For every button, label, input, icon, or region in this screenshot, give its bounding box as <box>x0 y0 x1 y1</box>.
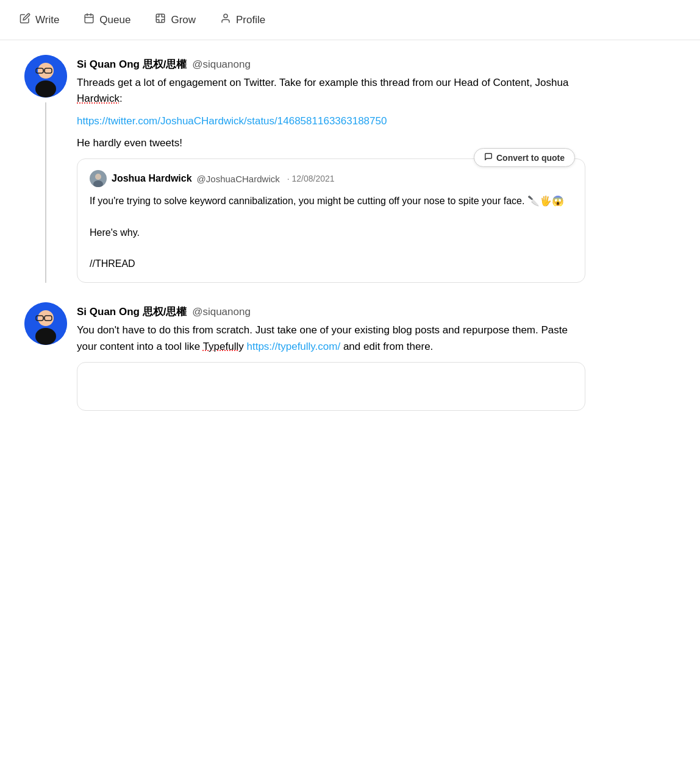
svg-point-5 <box>224 14 227 18</box>
thread-line-1 <box>45 102 46 283</box>
spellcheck-hardwick: Hardwick <box>77 93 120 104</box>
quote-card-1: Convert to quote Joshua Hardwick @Joshua… <box>77 158 585 283</box>
convert-icon <box>484 152 493 163</box>
grow-icon <box>155 13 166 27</box>
quote-avatar <box>90 170 107 187</box>
tweet-1-text: Threads get a lot of engagement on Twitt… <box>77 75 585 107</box>
top-nav: Write Queue Grow Profile <box>0 0 700 40</box>
convert-btn-label: Convert to quote <box>496 153 565 163</box>
nav-queue[interactable]: Queue <box>84 13 130 27</box>
tweet-2-content: Si Quan Ong 思权/思權 @siquanong You don't h… <box>77 302 585 411</box>
svg-rect-0 <box>85 15 94 23</box>
tweet-1-author: Si Quan Ong 思权/思權 @siquanong <box>77 57 585 71</box>
author-handle-1: @siquanong <box>192 59 251 70</box>
svg-point-7 <box>38 63 54 79</box>
tweet-1-content: Si Quan Ong 思权/思權 @siquanong Threads get… <box>77 55 585 283</box>
avatar-col-2 <box>24 302 67 411</box>
tweet-2-author: Si Quan Ong 思权/思權 @siquanong <box>77 305 585 319</box>
tweet-1-link-block: https://twitter.com/JoshuaCHardwick/stat… <box>77 113 585 129</box>
spellcheck-typefully: Typefully <box>203 341 244 352</box>
nav-write-label: Write <box>35 14 59 26</box>
nav-grow-label: Grow <box>171 14 196 26</box>
avatar-2 <box>24 302 67 345</box>
tweet-1: Si Quan Ong 思权/思權 @siquanong Threads get… <box>24 55 585 283</box>
avatar-1 <box>24 55 67 98</box>
quote-author-handle: @JoshuaCHardwick <box>197 174 280 184</box>
nav-profile-label: Profile <box>236 14 265 26</box>
nav-write[interactable]: Write <box>20 13 59 27</box>
quote-date: · 12/08/2021 <box>287 174 335 183</box>
svg-point-13 <box>95 174 101 180</box>
quote-author-name: Joshua Hardwick <box>112 173 192 184</box>
convert-to-quote-button[interactable]: Convert to quote <box>474 148 575 167</box>
profile-icon <box>220 13 231 27</box>
svg-rect-4 <box>157 14 165 23</box>
nav-queue-label: Queue <box>99 14 130 26</box>
svg-point-20 <box>35 328 56 345</box>
quote-author-row: Joshua Hardwick @JoshuaCHardwick · 12/08… <box>90 170 573 187</box>
nav-profile[interactable]: Profile <box>220 13 265 27</box>
tweet-1-link[interactable]: https://twitter.com/JoshuaCHardwick/stat… <box>77 115 387 127</box>
typefully-link[interactable]: https://typefully.com/ <box>246 341 340 352</box>
main-content: Si Quan Ong 思权/思權 @siquanong Threads get… <box>0 40 610 425</box>
queue-icon <box>84 13 95 27</box>
avatar-col-1 <box>24 55 67 283</box>
bottom-quote-card <box>77 362 585 411</box>
quote-text: If you're trying to solve keyword cannib… <box>90 193 573 271</box>
write-icon <box>20 13 30 27</box>
tweet-2: Si Quan Ong 思权/思權 @siquanong You don't h… <box>24 302 585 411</box>
author-name-2: Si Quan Ong 思权/思權 <box>77 306 187 318</box>
tweet-2-text: You don't have to do this from scratch. … <box>77 322 585 355</box>
author-name-1: Si Quan Ong 思权/思權 <box>77 59 187 70</box>
svg-point-16 <box>38 310 54 326</box>
nav-grow[interactable]: Grow <box>155 13 196 27</box>
author-handle-2: @siquanong <box>192 306 251 318</box>
svg-point-11 <box>35 80 56 98</box>
